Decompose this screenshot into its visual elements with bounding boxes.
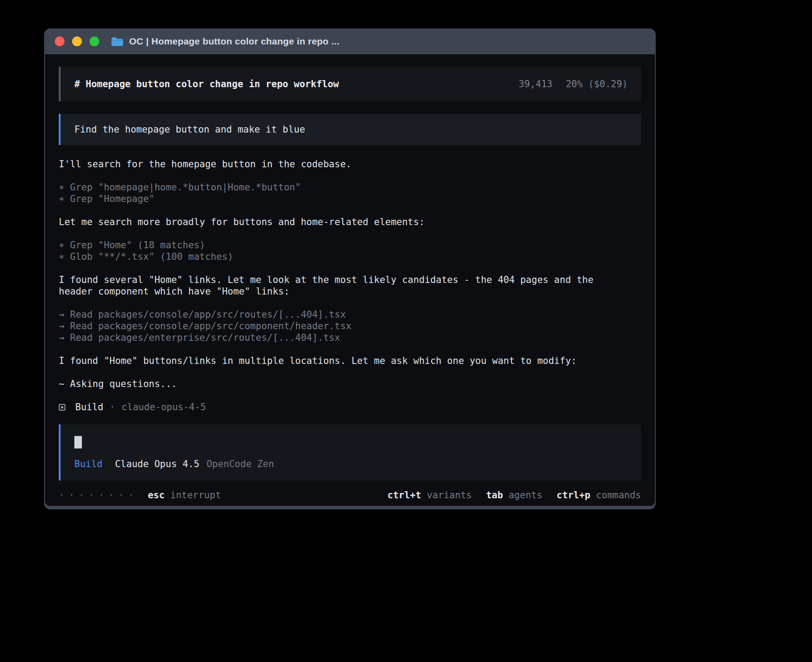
ctrl-p-key: ctrl+p [556, 490, 590, 501]
tool-call-read: → Read packages/console/app/src/routes/[… [59, 309, 629, 320]
agent-separator: · [110, 401, 115, 413]
agents-hint: tab agents [486, 489, 542, 501]
terminal-content: # Homepage button color change in repo w… [45, 54, 655, 506]
session-header: # Homepage button color change in repo w… [59, 67, 641, 101]
window-title: OC | Homepage button color change in rep… [129, 36, 339, 47]
agent-indicator: Build · claude-opus-4-5 [59, 401, 629, 413]
spinner-dots-icon: ········ [59, 489, 138, 501]
tool-call-grep: ∗ Grep "Home" (18 matches) [59, 239, 629, 251]
tool-call-grep: ∗ Grep "Homepage" [59, 193, 629, 205]
ctrl-t-key: ctrl+t [387, 490, 421, 501]
tab-key: tab [486, 490, 503, 501]
traffic-lights [55, 36, 99, 46]
esc-key: esc [148, 490, 165, 501]
commands-label: commands [590, 490, 641, 501]
window-titlebar[interactable]: OC | Homepage button color change in rep… [44, 28, 656, 54]
agent-model: claude-opus-4-5 [122, 401, 206, 413]
agents-label: agents [503, 490, 543, 501]
prompt-input[interactable]: Build Claude Opus 4.5 OpenCode Zen [59, 424, 641, 480]
session-stats: 39,413 20% ($0.29) [519, 78, 628, 90]
tool-call-glob: ∗ Glob "**/*.tsx" (100 matches) [59, 251, 629, 262]
terminal-window: OC | Homepage button color change in rep… [44, 28, 656, 509]
user-message: Find the homepage button and make it blu… [59, 114, 641, 145]
minimize-window-button[interactable] [72, 36, 82, 46]
input-model-label[interactable]: Claude Opus 4.5 [115, 458, 199, 470]
assistant-text: Let me search more broadly for buttons a… [59, 216, 629, 228]
tool-call-read: → Read packages/enterprise/src/routes/[.… [59, 332, 629, 343]
status-bar: ········ esc interrupt ctrl+t variants t… [59, 489, 641, 501]
assistant-text: I'll search for the homepage button in t… [59, 158, 629, 170]
interrupt-hint: esc interrupt [148, 489, 221, 501]
context-usage: 20% ($0.29) [566, 78, 628, 90]
zoom-window-button[interactable] [89, 36, 99, 46]
interrupt-label: interrupt [165, 490, 221, 501]
assistant-status: ~ Asking questions... [59, 378, 629, 390]
session-title: # Homepage button color change in repo w… [74, 78, 339, 90]
variants-label: variants [421, 490, 472, 501]
assistant-text: I found several "Home" links. Let me loo… [59, 274, 629, 297]
agent-square-icon [59, 404, 65, 411]
user-message-text: Find the homepage button and make it blu… [74, 124, 305, 135]
input-agent-label[interactable]: Build [74, 458, 102, 470]
conversation: I'll search for the homepage button in t… [59, 158, 629, 413]
commands-hint: ctrl+p commands [556, 489, 641, 501]
close-window-button[interactable] [55, 36, 65, 46]
input-footer: Build Claude Opus 4.5 OpenCode Zen [74, 458, 628, 470]
tool-call-grep: ∗ Grep "homepage|home.*button|Home.*butt… [59, 182, 629, 193]
tool-call-read: → Read packages/console/app/src/componen… [59, 320, 629, 332]
assistant-text: I found "Home" buttons/links in multiple… [59, 355, 629, 367]
input-provider-label: OpenCode Zen [207, 458, 274, 470]
keyboard-hints: ctrl+t variants tab agents ctrl+p comman… [387, 489, 641, 501]
token-count: 39,413 [519, 78, 552, 90]
variants-hint: ctrl+t variants [387, 489, 472, 501]
agent-name: Build [75, 401, 103, 413]
text-cursor [74, 436, 82, 448]
folder-icon [111, 36, 123, 46]
